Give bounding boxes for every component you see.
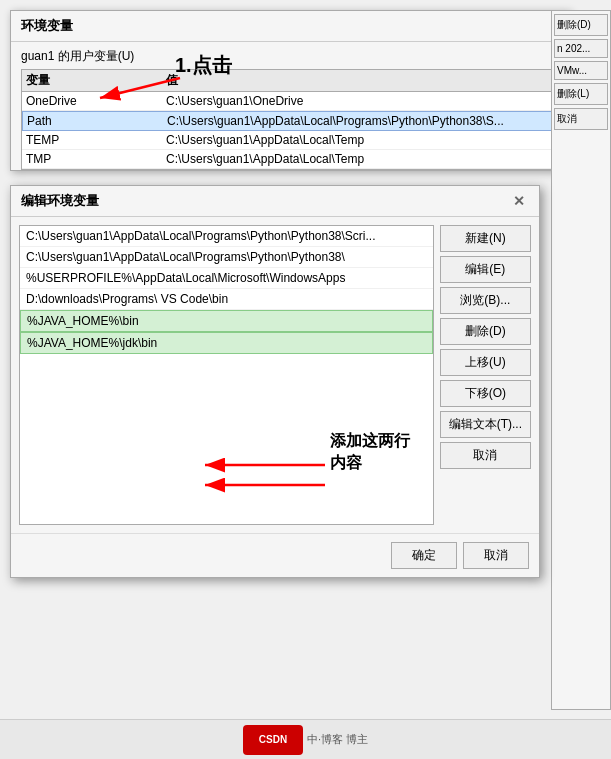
path-list: C:\Users\guan1\AppData\Local\Programs\Py… [19, 225, 434, 525]
user-vars-rows: OneDrive C:\Users\guan1\OneDrive Path C:… [22, 92, 558, 169]
row-value: C:\Users\guan1\AppData\Local\Temp [166, 152, 554, 166]
header-value: 值 [166, 72, 554, 89]
env-variables-window: 环境变量 guan1 的用户变量(U) 变量 值 OneDrive C:\Use… [10, 10, 570, 171]
path-list-item[interactable]: %USERPROFILE%\AppData\Local\Microsoft\Wi… [20, 268, 433, 289]
path-list-item[interactable]: C:\Users\guan1\AppData\Local\Programs\Py… [20, 226, 433, 247]
watermark-logo: CSDN [243, 725, 303, 755]
right-panel-button[interactable]: 删除(D) [554, 14, 608, 36]
edit-dialog-titlebar: 编辑环境变量 ✕ [11, 186, 539, 217]
right-panel-button[interactable]: n 202... [554, 39, 608, 58]
main-window-title: 环境变量 [21, 17, 73, 35]
main-window-titlebar: 环境变量 [11, 11, 569, 42]
cancel-footer-button[interactable]: 取消 [463, 542, 529, 569]
delete-button[interactable]: 删除(D) [440, 318, 531, 345]
table-row[interactable]: OneDrive C:\Users\guan1\OneDrive [22, 92, 558, 111]
row-variable: Path [27, 114, 167, 128]
watermark-bar: CSDN 中·博客 博主 [0, 719, 611, 759]
user-vars-table: 变量 值 OneDrive C:\Users\guan1\OneDrive Pa… [21, 69, 559, 170]
path-list-item[interactable]: %JAVA_HOME%\bin [20, 310, 433, 332]
move-up-button[interactable]: 上移(U) [440, 349, 531, 376]
move-down-button[interactable]: 下移(O) [440, 380, 531, 407]
path-list-item[interactable]: D:\downloads\Programs\ VS Code\bin [20, 289, 433, 310]
right-buttons: 删除(D)n 202...VMw...删除(L)取消 [552, 14, 610, 130]
row-variable: OneDrive [26, 94, 166, 108]
header-variable: 变量 [26, 72, 166, 89]
right-panel-button[interactable]: 删除(L) [554, 83, 608, 105]
user-vars-label: guan1 的用户变量(U) [11, 42, 569, 69]
path-list-item[interactable]: C:\Users\guan1\AppData\Local\Programs\Py… [20, 247, 433, 268]
edit-dialog-title: 编辑环境变量 [21, 192, 99, 210]
edit-dialog-body: C:\Users\guan1\AppData\Local\Programs\Py… [11, 217, 539, 533]
browse-button[interactable]: 浏览(B)... [440, 287, 531, 314]
table-row[interactable]: TMP C:\Users\guan1\AppData\Local\Temp [22, 150, 558, 169]
edit-button[interactable]: 编辑(E) [440, 256, 531, 283]
ok-footer-button[interactable]: 确定 [391, 542, 457, 569]
right-panel-button[interactable]: 取消 [554, 108, 608, 130]
cancel-side-button[interactable]: 取消 [440, 442, 531, 469]
edit-buttons-panel: 新建(N) 编辑(E) 浏览(B)... 删除(D) 上移(U) 下移(O) 编… [440, 225, 531, 525]
watermark-text: 中·博客 博主 [307, 732, 368, 747]
dialog-footer: 确定 取消 [11, 533, 539, 577]
row-value: C:\Users\guan1\OneDrive [166, 94, 554, 108]
new-button[interactable]: 新建(N) [440, 225, 531, 252]
path-list-item[interactable]: %JAVA_HOME%\jdk\bin [20, 332, 433, 354]
close-button[interactable]: ✕ [509, 193, 529, 209]
table-header: 变量 值 [22, 70, 558, 92]
edit-env-dialog: 编辑环境变量 ✕ C:\Users\guan1\AppData\Local\Pr… [10, 185, 540, 578]
table-row[interactable]: Path C:\Users\guan1\AppData\Local\Progra… [22, 111, 558, 131]
row-value: C:\Users\guan1\AppData\Local\Programs\Py… [167, 114, 553, 128]
row-variable: TMP [26, 152, 166, 166]
row-variable: TEMP [26, 133, 166, 147]
right-partial-panel: 删除(D)n 202...VMw...删除(L)取消 [551, 10, 611, 710]
edit-text-button[interactable]: 编辑文本(T)... [440, 411, 531, 438]
right-panel-button[interactable]: VMw... [554, 61, 608, 80]
table-row[interactable]: TEMP C:\Users\guan1\AppData\Local\Temp [22, 131, 558, 150]
row-value: C:\Users\guan1\AppData\Local\Temp [166, 133, 554, 147]
